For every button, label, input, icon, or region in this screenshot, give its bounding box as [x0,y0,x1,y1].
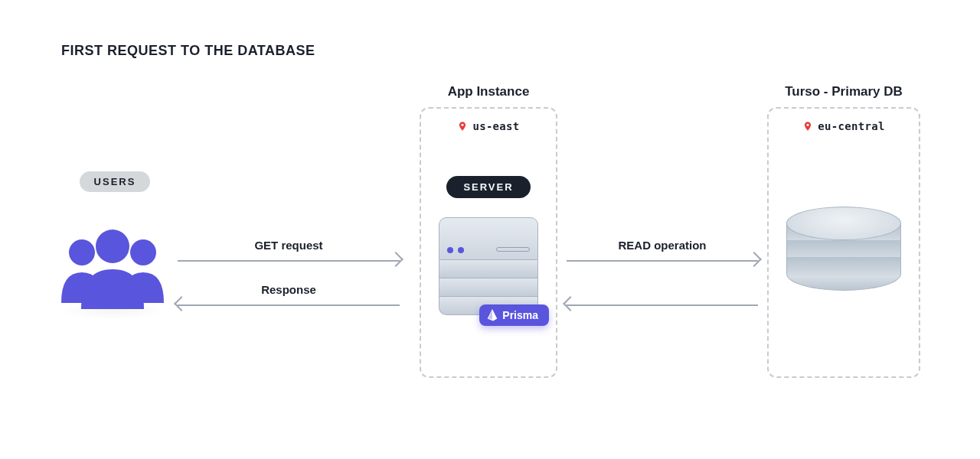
arrow-db-return [567,283,758,327]
server-icon: Prisma [439,217,538,315]
database-icon [786,207,901,291]
db-region-text: eu-central [818,120,884,132]
turso-db-box: eu-central [767,107,920,378]
turso-heading: Turso - Primary DB [767,84,920,99]
app-region-row: us-east [436,119,541,133]
diagram-title: FIRST REQUEST TO THE DATABASE [61,43,315,59]
arrow-read-operation: READ operation [567,239,758,283]
arrow-label-get: GET request [178,239,400,252]
app-instance-heading: App Instance [420,84,557,99]
location-pin-icon [457,119,468,133]
db-region-row: eu-central [784,119,903,133]
server-label-pill: SERVER [446,176,531,198]
prisma-logo-icon [487,309,498,321]
prisma-badge: Prisma [479,304,549,326]
svg-point-3 [96,230,129,263]
users-label-badge: USERS [80,171,150,192]
arrows-users-to-server: GET request Response [178,239,400,327]
svg-point-1 [69,239,95,265]
svg-point-5 [807,124,809,126]
app-instance-box: us-east SERVER Prisma [420,107,557,378]
app-region-text: us-east [472,120,519,132]
prisma-label: Prisma [502,309,538,321]
svg-point-4 [462,124,464,126]
arrow-label-read: READ operation [567,239,758,252]
arrow-response: Response [178,283,400,327]
location-pin-icon [802,119,813,133]
arrows-server-to-db: READ operation [567,239,758,327]
arrow-label-response: Response [178,283,400,296]
users-icon [55,213,170,320]
arrow-get-request: GET request [178,239,400,283]
svg-point-2 [130,239,156,265]
